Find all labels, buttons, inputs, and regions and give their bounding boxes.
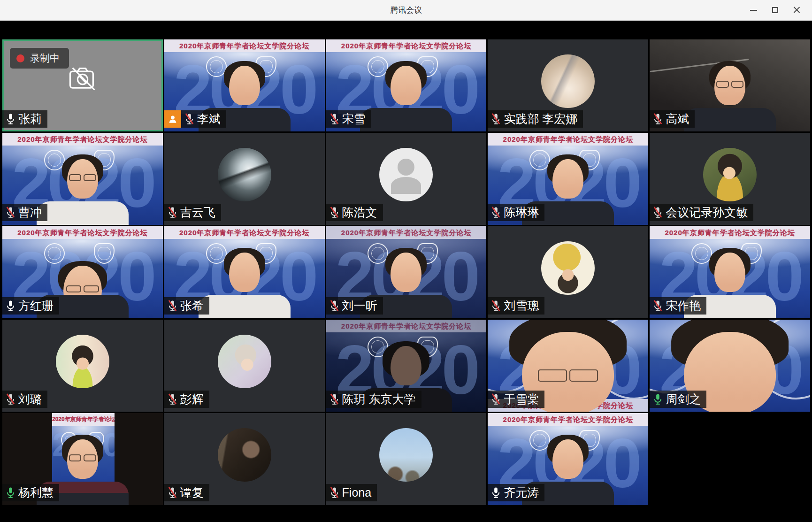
participant-tile[interactable]: 高斌 [650, 39, 810, 131]
participant-name: 吉云飞 [180, 206, 215, 219]
name-row: 实践部 李宏娜 [488, 110, 583, 128]
conference-banner: 2020年京师青年学者论坛文学院分论坛 [2, 133, 163, 146]
minimize-button[interactable] [743, 0, 764, 20]
participant-name: 周剑之 [666, 392, 701, 406]
participant-tile[interactable]: 2020年京师青年学者论坛文学院分论坛2020陈玥 东京大学 [326, 320, 487, 412]
participant-name: 刘璐 [18, 392, 42, 406]
name-row: 刘璐 [2, 391, 47, 408]
name-row: 曹冲 [2, 204, 47, 221]
participant-tile[interactable]: 谭复 [164, 413, 325, 505]
participant-tile[interactable]: 2020年京师青年学者论坛文学院分论坛2020于雪棠 [488, 320, 648, 412]
participant-name: 高斌 [666, 112, 689, 126]
participant-name-bar: 彭辉 [164, 391, 209, 408]
participant-tile[interactable]: 2020年京师青年学者论坛文学院分论坛2020曹冲 [2, 133, 163, 225]
participant-tile[interactable]: 陈浩文 [326, 133, 487, 225]
participant-tile[interactable]: 2020年京师青年学者论坛文学院分论坛2020宋雪 [326, 39, 487, 131]
participant-tile[interactable]: 2020周剑之 [650, 320, 810, 412]
participant-tile[interactable]: Fiona [326, 413, 487, 505]
participant-name: 陈琳琳 [504, 206, 539, 219]
mic-muted-icon [490, 113, 501, 125]
name-row: 吉云飞 [164, 204, 221, 221]
mic-muted-icon [329, 393, 340, 405]
participant-tile[interactable]: 2020年京师青年学者论坛文学院分论坛2020齐元涛 [488, 413, 648, 505]
participant-name-bar: 高斌 [650, 110, 695, 128]
mic-speaking-icon [5, 487, 16, 499]
participant-name: 齐元涛 [504, 486, 539, 499]
mic-muted-icon [184, 113, 195, 125]
conference-banner: 2020年京师青年学者论坛文学院分论坛 [164, 39, 325, 52]
participant-name: Fiona [342, 486, 372, 499]
anime-boy-avatar [218, 335, 271, 388]
participant-name: 陈浩文 [342, 206, 377, 219]
participant-name: 于雪棠 [504, 392, 539, 406]
participant-tile[interactable]: 2020年京师青年学者论坛文学院分论坛2020杨利慧 [2, 413, 163, 505]
participant-name-bar: 陈琳琳 [488, 204, 544, 221]
glasses-icon [69, 454, 96, 461]
participant-tile[interactable]: 彭辉 [164, 320, 325, 412]
participant-tile[interactable]: 2020年京师青年学者论坛文学院分论坛2020陈琳琳 [488, 133, 648, 225]
participant-name: 刘雪璁 [504, 299, 539, 313]
participant-name: 方红珊 [18, 299, 54, 313]
mic-muted-icon [329, 300, 340, 312]
participant-name-bar: 于雪棠 [488, 391, 544, 408]
participant-name-bar: 谭复 [164, 484, 209, 501]
participant-tile[interactable]: 会议记录孙文敏 [650, 133, 810, 225]
maximize-button[interactable] [764, 0, 786, 20]
mic-muted-icon [167, 300, 178, 312]
participant-name-bar: 陈浩文 [326, 204, 383, 221]
window-controls [743, 0, 807, 20]
name-row: 于雪棠 [488, 391, 544, 408]
participant-tile[interactable]: 刘雪璁 [488, 226, 648, 318]
name-row: 谭复 [164, 484, 209, 501]
participant-tile[interactable]: 实践部 李宏娜 [488, 39, 648, 131]
conference-banner: 2020年京师青年学者论坛文学院分论坛 [650, 226, 810, 239]
person-face [552, 439, 583, 479]
participant-name: 刘一昕 [342, 299, 377, 313]
participant-name-bar: 张希 [164, 297, 209, 315]
name-row: 高斌 [650, 110, 695, 128]
glasses-icon [66, 285, 99, 292]
participant-name: 彭辉 [180, 392, 204, 406]
mic-on-icon [490, 487, 501, 499]
participant-name: 曹冲 [18, 206, 42, 219]
mic-muted-icon [5, 393, 16, 405]
participant-name-bar: 李斌 [181, 110, 226, 128]
participant-tile[interactable]: 2020年京师青年学者论坛文学院分论坛2020张希 [164, 226, 325, 318]
participant-tile[interactable]: 录制中张莉 [2, 39, 163, 131]
participant-name-bar: 杨利慧 [2, 484, 59, 501]
mic-muted-icon [329, 207, 340, 218]
participant-name: 李斌 [197, 112, 221, 126]
name-row: 张莉 [2, 110, 47, 128]
default-silhouette-avatar [379, 148, 433, 201]
meeting-stage: 录制中张莉2020年京师青年学者论坛文学院分论坛2020李斌2020年京师青年学… [0, 21, 812, 522]
mic-speaking-icon [652, 393, 663, 405]
mic-muted-icon [5, 207, 16, 218]
participant-name-bar: 会议记录孙文敏 [650, 204, 753, 221]
participant-tile[interactable]: 2020年京师青年学者论坛文学院分论坛2020宋作艳 [650, 226, 810, 318]
participant-name-bar: 张莉 [2, 110, 47, 128]
close-button[interactable] [786, 0, 807, 20]
participant-name-bar: 实践部 李宏娜 [488, 110, 583, 128]
dog-photo-avatar [541, 54, 595, 108]
participant-tile[interactable]: 吉云飞 [164, 133, 325, 225]
person-face [552, 159, 583, 199]
recording-label: 录制中 [30, 52, 60, 65]
name-row: 会议记录孙文敏 [650, 204, 753, 221]
person-face [391, 346, 421, 385]
participant-tile[interactable]: 刘璐 [2, 320, 163, 412]
participant-tile[interactable]: 2020年京师青年学者论坛文学院分论坛2020方红珊 [2, 226, 163, 318]
glasses-icon [538, 369, 598, 382]
participant-name-bar: 吉云飞 [164, 204, 221, 221]
participant-name-bar: 方红珊 [2, 297, 59, 315]
mic-on-icon [5, 113, 16, 125]
conference-banner: 2020年京师青年学者论坛文学院分论坛 [488, 413, 648, 426]
participant-tile[interactable]: 2020年京师青年学者论坛文学院分论坛2020李斌 [164, 39, 325, 131]
window-titlebar[interactable]: 腾讯会议 [0, 0, 812, 21]
participant-tile[interactable]: 2020年京师青年学者论坛文学院分论坛2020刘一昕 [326, 226, 487, 318]
mic-muted-icon [490, 207, 501, 218]
mic-muted-icon [167, 207, 178, 218]
participant-name-bar: 陈玥 东京大学 [326, 391, 421, 408]
person-face [229, 66, 260, 105]
host-badge-icon [164, 110, 181, 128]
camera-off-icon [67, 65, 99, 94]
